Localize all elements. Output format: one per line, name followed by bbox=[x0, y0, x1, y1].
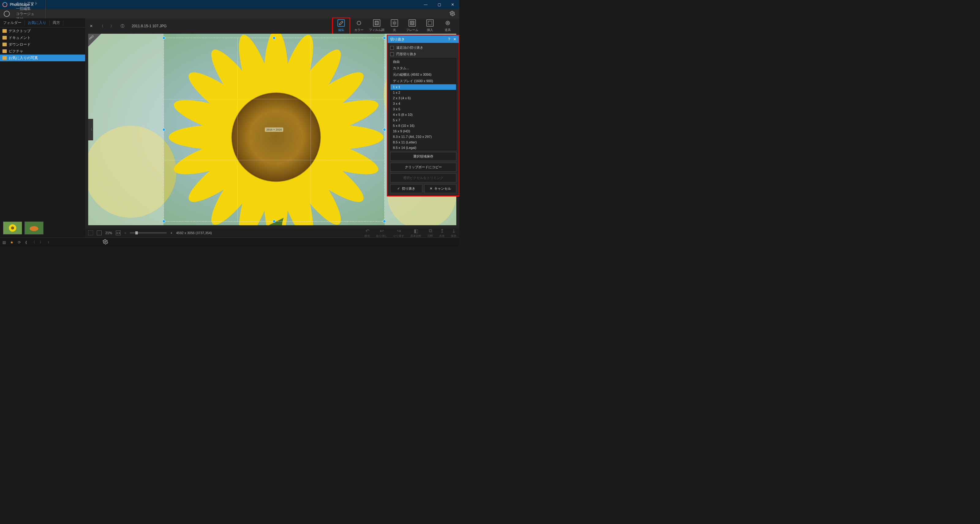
help-icon[interactable]: ? bbox=[448, 37, 450, 41]
footer-action-1[interactable]: ↩取り消し bbox=[376, 228, 387, 238]
main-tab[interactable]: 一括編集 bbox=[12, 6, 46, 11]
first-icon[interactable]: ⟪ bbox=[25, 240, 27, 245]
perspective-crop-checkbox[interactable]: 遠近法の切り抜き bbox=[390, 45, 456, 50]
footer-action-3[interactable]: ◧原本比較 bbox=[410, 228, 422, 238]
close-panel-icon[interactable]: ✕ bbox=[453, 37, 456, 41]
folder-tab-favorites[interactable]: お気に入り bbox=[25, 20, 49, 25]
crop-handle[interactable] bbox=[383, 37, 386, 40]
folder-tab-folder[interactable]: フォルダー bbox=[0, 20, 25, 25]
tool-label: フィルム調 bbox=[369, 28, 384, 32]
aspect-ratio-item[interactable]: 2 x 3 (4 x 6) bbox=[390, 95, 456, 101]
next-image-icon[interactable]: 〉 bbox=[109, 23, 115, 29]
background-icon[interactable] bbox=[97, 231, 102, 235]
thumbnail[interactable] bbox=[24, 221, 43, 234]
edit-tool-color[interactable]: カラー bbox=[350, 18, 368, 32]
aspect-ratio-list[interactable]: 自由カスタム...元の縦横比 (4592 x 3056)ディスプレイ (1600… bbox=[390, 58, 456, 150]
tools-icon bbox=[444, 19, 452, 27]
footer-action-6[interactable]: ⤓保存 bbox=[451, 228, 456, 238]
close-image-icon[interactable]: ✕ bbox=[88, 23, 94, 29]
aspect-ratio-item[interactable]: 5 x 8 (10 x 16) bbox=[390, 123, 456, 128]
crop-handle[interactable] bbox=[383, 220, 386, 223]
zoom-in-button[interactable]: + bbox=[170, 231, 172, 235]
refresh-icon[interactable]: ⟳ bbox=[18, 240, 21, 245]
next-icon[interactable]: 〉 bbox=[40, 240, 43, 245]
window-maximize-button[interactable]: ▢ bbox=[437, 2, 442, 7]
window-close-button[interactable]: ✕ bbox=[450, 2, 455, 7]
app-logo-icon bbox=[2, 2, 7, 7]
zoom-slider[interactable] bbox=[130, 232, 167, 234]
crop-size-label: 2916 × 2916 bbox=[265, 127, 283, 132]
save-region-button[interactable]: 選択領域保存 bbox=[390, 152, 456, 161]
fit-button[interactable]: 1:1 bbox=[116, 231, 121, 235]
edit-tool-film[interactable]: フィルム調 bbox=[368, 18, 385, 32]
aspect-ratio-item[interactable]: 3 x 4 bbox=[390, 101, 456, 106]
check-icon: ✓ bbox=[397, 186, 400, 191]
aspect-ratio-item[interactable]: 8.5 x 14 (Legal) bbox=[390, 145, 456, 150]
folder-label: お気に入りの写真 bbox=[9, 56, 38, 61]
up-icon[interactable]: ↑ bbox=[48, 240, 49, 245]
folder-item[interactable]: ピクチャ bbox=[0, 48, 85, 54]
cancel-crop-button[interactable]: ✕ キャンセル bbox=[424, 184, 456, 193]
folder-item[interactable]: お気に入りの写真 bbox=[0, 54, 85, 61]
edit-tool-insert[interactable]: 挿入 bbox=[422, 18, 439, 32]
home-icon[interactable] bbox=[4, 11, 10, 17]
zoom-out-button[interactable]: − bbox=[124, 231, 126, 235]
favorite-icon[interactable]: ★ bbox=[10, 240, 13, 245]
prev-icon[interactable]: 〈 bbox=[32, 240, 35, 245]
expand-sidebar-handle[interactable]: 〈 bbox=[88, 119, 93, 140]
crop-handle[interactable] bbox=[162, 128, 165, 131]
aspect-ratio-item[interactable]: 3 x 5 bbox=[390, 106, 456, 112]
aspect-ratio-item[interactable]: 4 x 5 (8 x 10) bbox=[390, 112, 456, 117]
aspect-ratio-item[interactable]: 1 x 1 bbox=[390, 84, 456, 90]
apply-crop-button[interactable]: ✓ 切り抜き bbox=[390, 184, 422, 193]
checkbox-icon bbox=[390, 53, 394, 56]
main-tab[interactable]: コラージュ bbox=[12, 11, 46, 16]
crop-handle[interactable] bbox=[162, 220, 165, 223]
zoom-percent-label: 21% bbox=[105, 231, 112, 235]
folder-item[interactable]: ドキュメント bbox=[0, 34, 85, 41]
folder-item[interactable]: デスクトップ bbox=[0, 27, 85, 34]
crop-handle[interactable] bbox=[383, 128, 386, 131]
thumbnail[interactable] bbox=[3, 221, 22, 234]
crop-handle[interactable] bbox=[272, 37, 275, 40]
aspect-ratio-item[interactable]: ディスプレイ (1600 x 900) bbox=[390, 78, 456, 84]
footer-action-4[interactable]: ⧉比較 bbox=[428, 228, 433, 238]
crop-rectangle[interactable]: 2916 × 2916 bbox=[164, 38, 384, 221]
copy-clipboard-button[interactable]: クリップボードにコピー bbox=[390, 163, 456, 172]
aspect-ratio-item[interactable]: 5 x 7 bbox=[390, 117, 456, 123]
footer-action-2[interactable]: ↪やり直す bbox=[393, 228, 404, 238]
canvas-footer: 21% 1:1 − + 4592 x 3056 (3737,354) ↶復元↩取… bbox=[85, 228, 460, 237]
aspect-ratio-item[interactable]: 1 x 2 bbox=[390, 90, 456, 95]
info-icon[interactable]: ⓘ bbox=[119, 23, 126, 29]
circle-crop-checkbox[interactable]: 円形切り抜き bbox=[390, 52, 456, 56]
folder-tab-both[interactable]: 両方 bbox=[49, 20, 64, 25]
menu-icon[interactable]: ▤ bbox=[2, 240, 6, 245]
settings-gear-icon[interactable] bbox=[447, 11, 458, 17]
window-minimize-button[interactable]: — bbox=[423, 2, 428, 7]
edit-tool-edit[interactable]: 編集 bbox=[332, 18, 350, 34]
footer-action-5[interactable]: ↥共有 bbox=[439, 228, 445, 238]
edit-tool-frame[interactable]: フレーム bbox=[404, 18, 421, 32]
aspect-ratio-item[interactable]: 8.3 x 11.7 (A4, 210 x 297) bbox=[390, 134, 456, 139]
crop-handle[interactable] bbox=[272, 220, 275, 223]
edit-tool-light[interactable]: 光 bbox=[386, 18, 403, 32]
footer-action-0[interactable]: ↶復元 bbox=[364, 228, 370, 238]
trim-transparent-button: 透明ピクセルをトリミング bbox=[390, 174, 456, 182]
aspect-ratio-item[interactable]: 16 x 9 (HD) bbox=[390, 128, 456, 134]
folder-icon bbox=[2, 49, 7, 53]
grid-icon[interactable] bbox=[88, 231, 93, 235]
image-info-label: 4592 x 3056 (3737,354) bbox=[176, 231, 212, 235]
main-tab[interactable]: カットアウト bbox=[12, 1, 46, 6]
aspect-ratio-item[interactable]: 8.5 x 11 (Letter) bbox=[390, 139, 456, 145]
footer-settings-icon[interactable] bbox=[103, 239, 108, 245]
aspect-ratio-item[interactable]: 自由 bbox=[390, 59, 456, 65]
folder-icon bbox=[2, 56, 7, 60]
edit-tool-tools[interactable]: 道具 bbox=[439, 18, 456, 32]
app-footer: ▤ ★ ⟳ ⟪ 〈 〉 ↑ bbox=[0, 237, 460, 247]
aspect-ratio-item[interactable]: カスタム... bbox=[390, 65, 456, 72]
edit-icon bbox=[337, 19, 345, 27]
crop-handle[interactable] bbox=[162, 37, 165, 40]
prev-image-icon[interactable]: 〈 bbox=[99, 23, 105, 29]
folder-item[interactable]: ダウンロード bbox=[0, 41, 85, 48]
aspect-ratio-item[interactable]: 元の縦横比 (4592 x 3056) bbox=[390, 72, 456, 78]
